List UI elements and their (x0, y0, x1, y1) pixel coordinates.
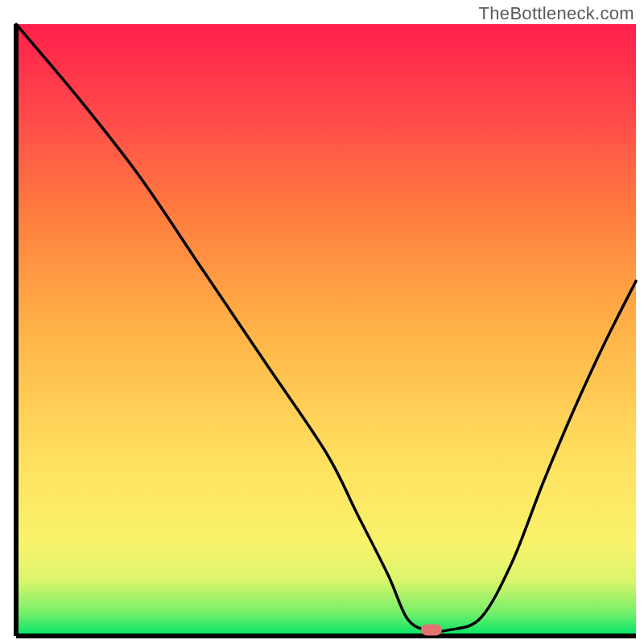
chart-svg (0, 0, 644, 644)
optimal-marker (421, 624, 442, 635)
plot-background (16, 24, 636, 636)
bottleneck-chart (0, 0, 644, 644)
